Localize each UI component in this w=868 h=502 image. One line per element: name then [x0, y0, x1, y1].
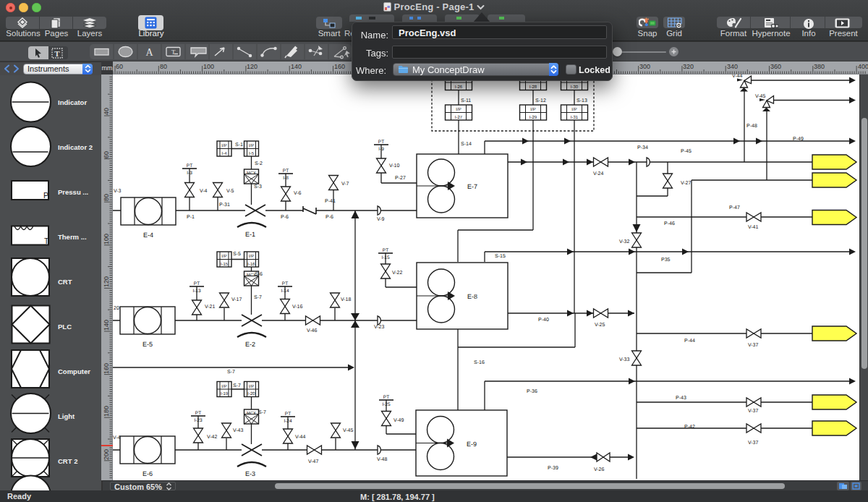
svg-text:S-2: S-2	[255, 161, 263, 166]
svg-text:V-44: V-44	[732, 75, 743, 79]
svg-text:CRT: CRT	[58, 278, 72, 286]
svg-text:V-41: V-41	[748, 225, 759, 230]
svg-text:S-7: S-7	[233, 383, 241, 388]
svg-text:I-26: I-26	[455, 85, 463, 90]
svg-text:I/P: I/P	[249, 384, 254, 389]
svg-text:I-19: I-19	[221, 391, 229, 396]
svg-text:S-6: S-6	[255, 272, 263, 277]
svg-text:I-20: I-20	[247, 391, 255, 396]
svg-text:V-48: V-48	[377, 457, 388, 462]
svg-text:I/P: I/P	[456, 107, 461, 112]
svg-text:S-12: S-12	[535, 98, 546, 103]
svg-text:E-7: E-7	[467, 183, 477, 190]
svg-text:I-24: I-24	[284, 419, 292, 424]
svg-text:S-5: S-5	[233, 252, 241, 257]
svg-text:I/P: I/P	[221, 384, 226, 389]
svg-text:Light: Light	[58, 412, 75, 420]
svg-text:S-15: S-15	[495, 254, 506, 259]
svg-text:V-33: V-33	[619, 357, 630, 362]
svg-text:E-1: E-1	[245, 231, 255, 238]
svg-text:S-3: S-3	[254, 184, 262, 190]
svg-text:100: 100	[203, 63, 214, 70]
svg-text:E-2: E-2	[245, 341, 255, 348]
svg-text:I-31: I-31	[571, 115, 579, 120]
svg-text:P-31: P-31	[219, 203, 230, 208]
svg-text:P-27: P-27	[395, 176, 406, 181]
svg-text:E-5: E-5	[142, 341, 153, 348]
svg-text:Indicator: Indicator	[58, 98, 87, 106]
svg-text:160: 160	[334, 63, 345, 70]
svg-text:V-27: V-27	[681, 181, 692, 186]
svg-text:V-10: V-10	[389, 163, 400, 169]
svg-text:V-7: V-7	[341, 182, 349, 187]
svg-text:E-3: E-3	[245, 470, 255, 477]
svg-text:V-37: V-37	[748, 343, 759, 348]
svg-text:V-32: V-32	[619, 239, 630, 244]
svg-text:PT: PT	[283, 169, 289, 174]
svg-text:P-36: P-36	[527, 389, 537, 394]
svg-text:V-26: V-26	[594, 467, 605, 472]
svg-text:PT: PT	[378, 140, 384, 145]
svg-text:P-43: P-43	[676, 396, 686, 401]
svg-text:360: 360	[770, 63, 781, 70]
svg-text:E-6: E-6	[142, 470, 153, 477]
svg-text:V-23: V-23	[374, 325, 385, 330]
svg-text:I/P: I/P	[571, 107, 576, 112]
svg-text:I-29: I-29	[529, 115, 537, 120]
svg-text:T: T	[54, 49, 60, 58]
svg-text:PT: PT	[383, 248, 388, 253]
svg-text:I/P: I/P	[221, 143, 226, 148]
svg-text:Therm ...: Therm ...	[58, 233, 87, 241]
svg-text:100: 100	[103, 234, 110, 244]
svg-text:60: 60	[116, 63, 123, 70]
svg-text:V-45: V-45	[343, 428, 354, 433]
svg-text:P-34: P-34	[637, 145, 648, 150]
svg-text:A: A	[145, 47, 153, 58]
svg-text:E-8: E-8	[467, 293, 477, 300]
svg-text:V-9: V-9	[377, 217, 385, 222]
svg-text:Indicator 2: Indicator 2	[58, 143, 93, 151]
svg-text:I-30: I-30	[571, 85, 579, 90]
svg-text:180: 180	[103, 406, 110, 417]
svg-text:V-46: V-46	[307, 328, 318, 333]
svg-text:I-5: I-5	[249, 151, 255, 156]
svg-text:S-7: S-7	[258, 410, 266, 415]
svg-text:T: T	[44, 237, 49, 245]
svg-text:I-9: I-9	[378, 147, 384, 152]
svg-text:T: T	[171, 48, 176, 56]
svg-text:340: 340	[727, 63, 738, 70]
svg-text:V-16: V-16	[292, 305, 303, 310]
svg-text:V-45: V-45	[755, 94, 766, 99]
svg-text:Computer: Computer	[58, 367, 90, 375]
svg-text:S-7: S-7	[227, 370, 235, 375]
svg-text:P-49: P-49	[793, 137, 804, 142]
svg-text:V-22: V-22	[392, 271, 403, 276]
svg-text:V-44: V-44	[295, 435, 306, 440]
svg-text:I-15: I-15	[381, 255, 390, 260]
svg-text:P-44: P-44	[684, 339, 695, 344]
svg-text:20: 20	[114, 306, 119, 311]
svg-text:P-39: P-39	[548, 466, 558, 471]
svg-text:P-40: P-40	[538, 318, 549, 323]
svg-text:300: 300	[639, 63, 650, 70]
svg-text:E-4: E-4	[143, 231, 153, 239]
svg-text:I-27: I-27	[455, 115, 463, 120]
svg-text:PT: PT	[285, 412, 291, 417]
svg-text:CRT 2: CRT 2	[58, 457, 77, 465]
svg-text:PT: PT	[195, 411, 201, 416]
svg-text:80: 80	[160, 63, 167, 70]
svg-text:V-4: V-4	[200, 189, 208, 194]
svg-text:PT: PT	[383, 395, 389, 400]
svg-text:I/P: I/P	[249, 254, 254, 259]
svg-text:380: 380	[814, 63, 825, 70]
svg-text:MCX: MCX	[247, 411, 256, 416]
svg-text:V-42: V-42	[207, 435, 218, 440]
svg-text:I-13: I-13	[192, 289, 201, 294]
svg-text:I/P: I/P	[530, 107, 535, 112]
svg-text:P: P	[43, 191, 48, 200]
svg-text:I-16: I-16	[247, 262, 255, 267]
svg-text:P-46: P-46	[664, 221, 675, 226]
svg-text:V-49: V-49	[393, 418, 404, 423]
svg-text:S-16: S-16	[474, 360, 485, 365]
svg-text:S-11: S-11	[461, 98, 471, 103]
